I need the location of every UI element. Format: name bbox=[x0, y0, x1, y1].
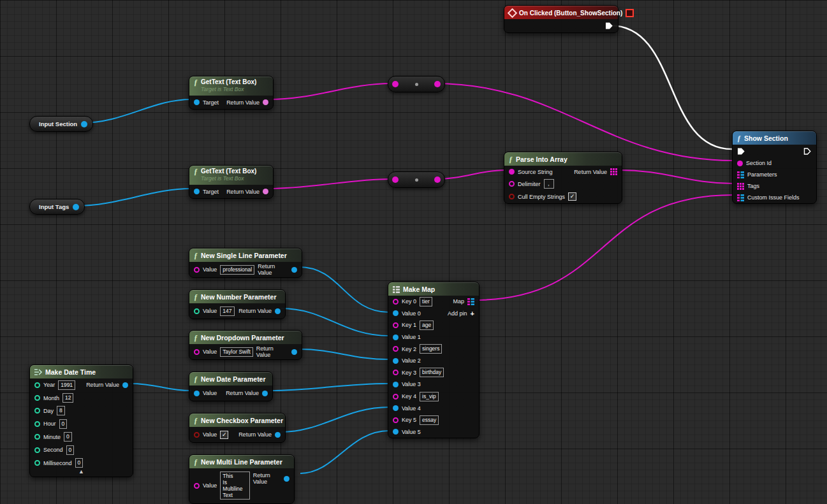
second-pin[interactable] bbox=[34, 447, 40, 453]
value-input[interactable]: professional bbox=[220, 265, 254, 275]
key2-input[interactable]: singers bbox=[420, 344, 442, 354]
map-pin-icon[interactable] bbox=[737, 194, 744, 201]
return-value-pin[interactable] bbox=[122, 382, 128, 388]
key3-input[interactable]: birthday bbox=[420, 368, 444, 377]
node-variable-input-tags[interactable]: Input Tags bbox=[29, 199, 85, 215]
value-input[interactable]: 147 bbox=[220, 306, 234, 316]
array-pin-icon[interactable] bbox=[610, 168, 617, 175]
hour-input[interactable]: 0 bbox=[59, 419, 68, 429]
value-pin[interactable] bbox=[194, 432, 200, 438]
node-parse-into-array[interactable]: ƒ Parse Into Array Source String Return … bbox=[504, 152, 622, 204]
value-pin[interactable] bbox=[194, 267, 200, 273]
minute-pin[interactable] bbox=[34, 434, 40, 440]
value-pin[interactable] bbox=[194, 483, 200, 489]
wire-checkbox-value4[interactable] bbox=[281, 407, 389, 432]
value1-pin[interactable] bbox=[393, 335, 399, 340]
key5-input[interactable]: essay bbox=[420, 415, 439, 425]
key2-pin[interactable] bbox=[393, 346, 399, 352]
output-pin[interactable] bbox=[434, 81, 441, 87]
collapse-pins-button[interactable]: ▲ bbox=[78, 469, 84, 475]
value2-pin[interactable] bbox=[393, 358, 399, 364]
value5-pin[interactable] bbox=[393, 429, 399, 435]
wire-dropdown-value2[interactable] bbox=[299, 349, 389, 359]
day-input[interactable]: 8 bbox=[57, 406, 65, 415]
year-pin[interactable] bbox=[34, 382, 40, 388]
node-new-multi-line-parameter[interactable]: ƒ New Multi Line Parameter Value This Is… bbox=[189, 454, 295, 504]
wire-multiline-value5[interactable] bbox=[300, 431, 389, 473]
return-value-pin[interactable] bbox=[284, 476, 289, 482]
wire-singleline-value0[interactable] bbox=[299, 267, 389, 312]
output-pin[interactable] bbox=[81, 121, 87, 127]
map-pin-icon[interactable] bbox=[737, 171, 744, 178]
wire-makedatetime-datevalue[interactable] bbox=[130, 384, 191, 391]
second-input[interactable]: 0 bbox=[66, 445, 75, 455]
node-conversion-1[interactable] bbox=[388, 76, 445, 92]
wire-inputtags-gettext[interactable] bbox=[76, 189, 191, 206]
hour-pin[interactable] bbox=[34, 421, 40, 427]
section-id-pin[interactable] bbox=[737, 161, 743, 166]
month-input[interactable]: 12 bbox=[62, 393, 73, 403]
key0-pin[interactable] bbox=[393, 299, 399, 305]
node-gettext-section[interactable]: ƒ GetText (Text Box) Target is Text Box … bbox=[189, 76, 274, 110]
wire-reroute2-parse[interactable] bbox=[435, 170, 506, 179]
wire-exec-onclicked-showsection[interactable] bbox=[610, 25, 732, 149]
source-string-pin[interactable] bbox=[509, 169, 515, 175]
millisecond-input[interactable]: 0 bbox=[75, 458, 84, 468]
node-new-single-line-parameter[interactable]: ƒ New Single Line Parameter Value profes… bbox=[189, 248, 302, 278]
node-new-date-parameter[interactable]: ƒ New Date Parameter Value Return Value bbox=[189, 371, 273, 401]
key5-pin[interactable] bbox=[393, 417, 399, 423]
wire-gettext2-reroute2[interactable] bbox=[268, 179, 392, 189]
return-value-pin[interactable] bbox=[291, 349, 297, 355]
year-input[interactable]: 1991 bbox=[58, 380, 75, 390]
wire-gettext1-reroute1[interactable] bbox=[268, 83, 392, 99]
node-new-checkbox-parameter[interactable]: ƒ New Checkbox Parameter Value ✓ Return … bbox=[189, 413, 286, 443]
wire-makemap-customfields[interactable] bbox=[473, 195, 733, 300]
wire-date-value3[interactable] bbox=[270, 384, 389, 391]
delimiter-input[interactable]: , bbox=[544, 179, 554, 189]
value0-pin[interactable] bbox=[393, 310, 399, 316]
exec-in-pin[interactable] bbox=[737, 147, 745, 155]
delimiter-pin[interactable] bbox=[509, 181, 515, 187]
node-conversion-2[interactable] bbox=[388, 171, 445, 188]
key3-pin[interactable] bbox=[393, 370, 399, 375]
key1-pin[interactable] bbox=[393, 322, 399, 328]
blueprint-graph-canvas[interactable]: On Clicked (Button_ShowSection) ƒ GetTex… bbox=[0, 0, 827, 504]
value-pin[interactable] bbox=[194, 349, 200, 355]
return-value-pin[interactable] bbox=[275, 432, 281, 438]
cull-empty-strings-pin[interactable] bbox=[509, 194, 515, 199]
target-pin[interactable] bbox=[194, 99, 200, 105]
input-pin[interactable] bbox=[392, 176, 399, 183]
map-output-pin[interactable] bbox=[467, 298, 474, 305]
return-value-pin[interactable] bbox=[263, 99, 268, 105]
minute-input[interactable]: 0 bbox=[64, 432, 72, 442]
array-pin-icon[interactable] bbox=[737, 183, 744, 190]
return-value-pin[interactable] bbox=[275, 308, 281, 314]
key4-pin[interactable] bbox=[393, 394, 399, 400]
month-pin[interactable] bbox=[34, 395, 40, 401]
value-pin[interactable] bbox=[194, 308, 200, 314]
node-gettext-tags[interactable]: ƒ GetText (Text Box) Target is Text Box … bbox=[189, 165, 274, 199]
node-make-date-time[interactable]: Make Date Time Year 1991 Return Value Mo… bbox=[29, 364, 133, 477]
node-on-clicked[interactable]: On Clicked (Button_ShowSection) bbox=[504, 5, 618, 33]
node-new-dropdown-parameter[interactable]: ƒ New Dropdown Parameter Value Taylor Sw… bbox=[189, 330, 302, 360]
output-pin[interactable] bbox=[73, 204, 79, 210]
cull-empty-strings-checkbox[interactable]: ✓ bbox=[568, 192, 576, 201]
value-multiline-input[interactable]: This Is Multiline Text bbox=[220, 472, 249, 500]
millisecond-pin[interactable] bbox=[34, 460, 40, 466]
node-variable-input-section[interactable]: Input Section bbox=[29, 116, 93, 132]
delegate-pin[interactable] bbox=[626, 9, 634, 17]
key0-input[interactable]: tier bbox=[420, 297, 432, 306]
add-pin-button[interactable]: Add pin + bbox=[448, 310, 474, 317]
output-pin[interactable] bbox=[434, 176, 441, 183]
value3-pin[interactable] bbox=[393, 382, 399, 387]
node-make-map[interactable]: Make Map Key 0 tier Map Value 0 Add pin … bbox=[388, 282, 479, 438]
return-value-pin[interactable] bbox=[291, 267, 297, 273]
key4-input[interactable]: is_vip bbox=[420, 392, 439, 401]
value-pin[interactable] bbox=[194, 391, 200, 396]
return-value-pin[interactable] bbox=[262, 391, 268, 396]
value-checkbox[interactable]: ✓ bbox=[220, 431, 228, 439]
exec-out-pin[interactable] bbox=[803, 147, 812, 155]
key1-input[interactable]: age bbox=[420, 320, 434, 330]
node-show-section[interactable]: ƒ Show Section Section Id Parameters bbox=[732, 131, 817, 204]
target-pin[interactable] bbox=[194, 189, 200, 194]
